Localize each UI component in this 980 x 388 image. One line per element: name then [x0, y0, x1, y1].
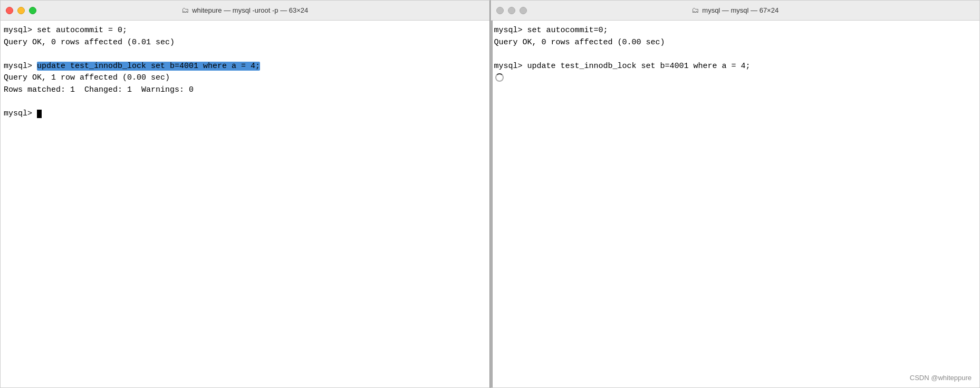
right-title-icon: 🗂	[691, 6, 699, 15]
left-title-bar: 🗂 whitepure — mysql -uroot -p — 63×24	[1, 1, 489, 21]
right-spinner-line	[494, 73, 504, 82]
left-line-5: Rows matched: 1 Changed: 1 Warnings: 0	[4, 85, 194, 94]
right-line-3: mysql> update test_innodb_lock set b=400…	[494, 62, 751, 71]
left-cursor	[37, 110, 42, 118]
left-line-4: Query OK, 1 row affected (0.00 sec)	[4, 73, 170, 82]
left-terminal[interactable]: 🗂 whitepure — mysql -uroot -p — 63×24 my…	[0, 0, 491, 388]
left-minimize-button[interactable]	[17, 7, 25, 14]
right-line-2: Query OK, 0 rows affected (0.00 sec)	[494, 38, 665, 47]
left-highlighted-command: update test_innodb_lock set b=4001 where…	[37, 62, 260, 71]
right-title-bar: 🗂 mysql — mysql — 67×24	[491, 1, 980, 21]
right-terminal[interactable]: 🗂 mysql — mysql — 67×24 mysql> set autoc…	[491, 0, 981, 388]
left-traffic-lights[interactable]	[6, 7, 36, 14]
left-line-2: Query OK, 0 rows affected (0.01 sec)	[4, 38, 175, 47]
right-border	[491, 1, 493, 387]
right-minimize-button[interactable]	[508, 7, 515, 14]
left-prompt-cursor: mysql>	[4, 109, 42, 118]
left-terminal-body[interactable]: mysql> set autocommit = 0; Query OK, 0 r…	[1, 21, 489, 387]
left-line-1: mysql> set autocommit = 0;	[4, 26, 127, 35]
left-title-text: whitepure — mysql -uroot -p — 63×24	[192, 6, 308, 14]
left-maximize-button[interactable]	[29, 7, 36, 14]
right-maximize-button[interactable]	[520, 7, 527, 14]
right-terminal-body[interactable]: mysql> set autocommit=0; Query OK, 0 row…	[491, 21, 980, 387]
right-line-1: mysql> set autocommit=0;	[494, 26, 608, 35]
right-traffic-lights[interactable]	[496, 7, 527, 14]
left-close-button[interactable]	[6, 7, 13, 14]
right-spinner	[495, 73, 504, 82]
left-title-icon: 🗂	[181, 6, 189, 15]
watermark: CSDN @whiteppure	[910, 374, 972, 382]
left-line-3: mysql> update test_innodb_lock set b=400…	[4, 62, 260, 71]
right-close-button[interactable]	[496, 7, 504, 14]
right-title-text: mysql — mysql — 67×24	[702, 6, 779, 14]
